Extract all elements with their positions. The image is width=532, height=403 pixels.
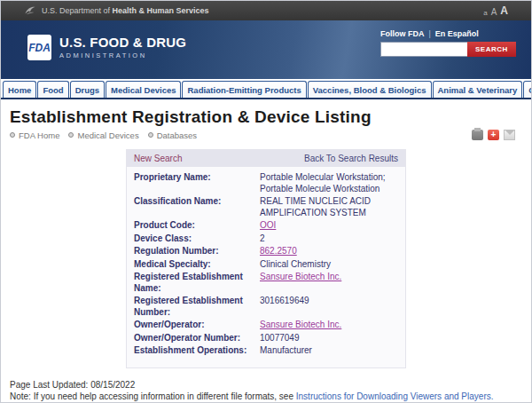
table-row: Owner/Operator:Sansure Biotech Inc. (134, 320, 398, 331)
field-value-link[interactable]: OOI (260, 220, 276, 232)
field-label: Medical Specialty: (134, 259, 260, 271)
search-input[interactable] (380, 42, 467, 57)
hhs-eagle-icon (24, 4, 36, 17)
fda-header: FDA U.S. FOOD & DRUG ADMINISTRATION Foll… (1, 20, 531, 79)
follow-fda-link[interactable]: Follow FDA (380, 29, 425, 38)
breadcrumb-bullet-icon (68, 132, 74, 138)
nav-tab-vaccines-blood-biologics[interactable]: Vaccines, Blood & Biologics (308, 81, 432, 98)
field-value: Portable Molecular Workstation; Portable… (260, 172, 398, 194)
field-label: Device Class: (134, 233, 260, 245)
table-row: Product Code:OOI (134, 220, 398, 232)
field-label: Product Code: (134, 220, 260, 232)
nav-tab-animal-veterinary[interactable]: Animal & Veterinary (433, 81, 523, 98)
field-label: Establishment Operations: (134, 345, 260, 357)
result-toolbar: New Search Back To Search Results (127, 150, 405, 167)
page-action-icons: + (472, 130, 515, 140)
nav-tab-drugs[interactable]: Drugs (70, 81, 105, 98)
breadcrumb-bullet-icon (148, 132, 153, 138)
fda-wordmark: U.S. FOOD & DRUG ADMINISTRATION (59, 35, 186, 59)
font-size-controls: a A A (483, 4, 508, 17)
field-value-link[interactable]: 862.2570 (260, 246, 297, 257)
font-size-large-button[interactable]: A (500, 4, 508, 17)
breadcrumb-label: FDA Home (19, 130, 59, 140)
field-value-link[interactable]: Sansure Biotech Inc. (260, 272, 341, 294)
nav-tab-medical-devices[interactable]: Medical Devices (106, 81, 181, 98)
table-row: Owner/Operator Number:10077049 (134, 333, 398, 344)
back-to-results-link[interactable]: Back To Search Results (304, 154, 398, 163)
breadcrumb-label: Medical Devices (77, 130, 138, 140)
follow-separator: | (425, 29, 435, 38)
page-title: Establishment Registration & Device List… (10, 107, 522, 127)
wordmark-line2: ADMINISTRATION (59, 51, 186, 59)
field-label: Owner/Operator: (134, 320, 260, 331)
viewers-players-link[interactable]: Instructions for Downloading Viewers and… (296, 391, 494, 401)
print-icon[interactable] (472, 130, 483, 140)
nav-tab-cosmetics[interactable]: Cosmetics (523, 81, 532, 98)
en-espanol-link[interactable]: En Español (435, 29, 479, 38)
field-label: Regulation Number: (134, 246, 260, 257)
field-label: Classification Name: (134, 196, 260, 218)
field-label: Proprietary Name: (134, 172, 260, 194)
breadcrumb-item[interactable]: Databases (148, 130, 197, 140)
last-updated-text: Page Last Updated: 08/15/2022 (10, 379, 522, 391)
main-content: Establishment Registration & Device List… (1, 99, 531, 368)
table-row: Device Class:2 (134, 233, 398, 245)
hhs-top-bar: U.S. Department of Health & Human Servic… (1, 1, 531, 20)
table-row: Medical Specialty:Clinical Chemistry (134, 259, 398, 271)
header-search: SEARCH (380, 42, 516, 57)
follow-links: Follow FDA|En Español (380, 29, 479, 38)
breadcrumb-row: FDA HomeMedical DevicesDatabases + (10, 130, 522, 140)
field-value-link[interactable]: Sansure Biotech Inc. (260, 320, 341, 331)
email-icon[interactable] (504, 130, 515, 140)
fda-brand[interactable]: FDA U.S. FOOD & DRUG ADMINISTRATION (27, 35, 186, 79)
table-row: Classification Name:REAL TIME NUCLEIC AC… (134, 196, 398, 218)
primary-nav: HomeFoodDrugsMedical DevicesRadiation-Em… (1, 79, 531, 99)
field-value: 10077049 (260, 333, 300, 344)
fda-page: U.S. Department of Health & Human Servic… (0, 0, 532, 403)
header-right: Follow FDA|En Español SEARCH (380, 29, 515, 79)
breadcrumb: FDA HomeMedical DevicesDatabases (10, 130, 197, 140)
field-value: REAL TIME NUCLEIC ACID AMPLIFICATION SYS… (260, 196, 398, 218)
breadcrumb-item[interactable]: FDA Home (10, 130, 59, 140)
field-value: Clinical Chemistry (260, 259, 331, 271)
table-row: Establishment Operations:Manufacturer (134, 345, 398, 357)
table-row: Registered Establishment Number:30166196… (134, 296, 398, 318)
fda-logo: FDA (27, 35, 51, 60)
field-value: Manufacturer (260, 345, 312, 357)
breadcrumb-item[interactable]: Medical Devices (68, 130, 138, 140)
new-search-link[interactable]: New Search (134, 154, 182, 163)
field-label: Registered Establishment Number: (134, 296, 260, 318)
table-row: Regulation Number:862.2570 (134, 246, 398, 257)
share-icon[interactable]: + (488, 130, 499, 140)
nav-tab-food[interactable]: Food (37, 81, 68, 98)
breadcrumb-bullet-icon (10, 132, 15, 138)
field-label: Registered Establishment Name: (134, 272, 260, 294)
field-value: 3016619649 (260, 296, 309, 318)
font-size-small-button[interactable]: a (483, 9, 487, 17)
file-formats-note: Note: If you need help accessing informa… (10, 391, 522, 403)
search-result-box: New Search Back To Search Results Propri… (126, 149, 406, 368)
breadcrumb-label: Databases (157, 130, 197, 140)
nav-tab-radiation-emitting-products[interactable]: Radiation-Emitting Products (182, 81, 306, 98)
search-button[interactable]: SEARCH (467, 42, 516, 57)
hhs-department-label[interactable]: U.S. Department of Health & Human Servic… (42, 6, 209, 15)
device-detail-fields: Proprietary Name:Portable Molecular Work… (127, 167, 405, 367)
font-size-medium-button[interactable]: A (491, 7, 497, 17)
nav-tab-home[interactable]: Home (3, 81, 36, 98)
table-row: Registered Establishment Name:Sansure Bi… (134, 272, 398, 294)
field-label: Owner/Operator Number: (134, 333, 260, 344)
wordmark-line1: U.S. FOOD & DRUG (59, 35, 186, 50)
field-value: 2 (260, 233, 265, 245)
page-meta: Page Last Updated: 08/15/2022 Note: If y… (1, 368, 531, 403)
table-row: Proprietary Name:Portable Molecular Work… (134, 172, 398, 194)
